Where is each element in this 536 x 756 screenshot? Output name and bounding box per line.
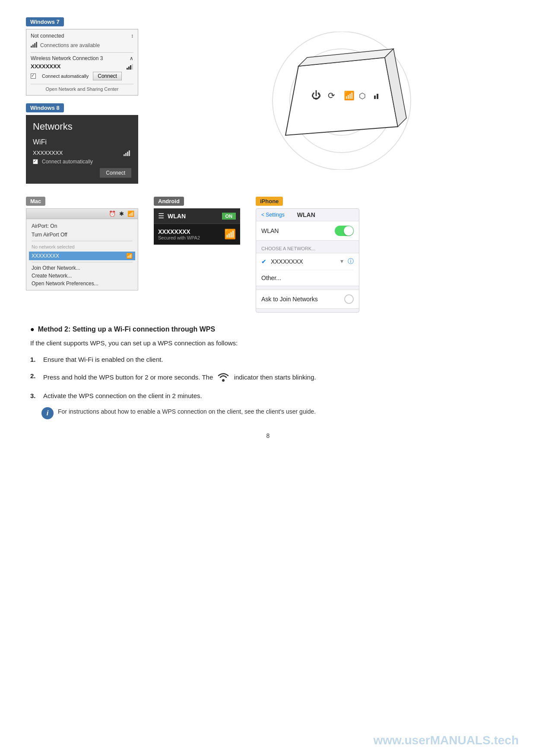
svg-rect-4 — [127, 68, 128, 70]
iphone-wlan-toggle[interactable] — [335, 226, 354, 236]
iphone-ask-label: Ask to Join Networks — [261, 296, 318, 303]
method-title: Method 2: Setting up a Wi-Fi connection … — [30, 325, 506, 333]
svg-rect-0 — [31, 46, 32, 48]
mac-open-prefs[interactable]: Open Network Preferences... — [32, 280, 133, 287]
mac-join-other[interactable]: Join Other Network... — [32, 264, 133, 272]
win7-status: Not connected — [31, 33, 64, 39]
step3-text: Activate the WPS connection on the clien… — [43, 391, 506, 401]
win8-label: Windows 8 — [26, 103, 64, 112]
win7-auto-connect-label: Connect automatically — [42, 73, 89, 79]
android-label: Android — [154, 197, 184, 206]
watermark: www.userMANUALS.tech — [373, 734, 519, 747]
svg-rect-9 — [125, 153, 127, 156]
iphone-choose-label: CHOOSE A NETWORK... — [256, 244, 359, 253]
svg-text:⬡: ⬡ — [359, 92, 366, 100]
iphone-wlan-title: WLAN — [297, 211, 315, 218]
iphone-panel: < Settings WLAN WLAN CHOOSE A NETWORK...… — [256, 208, 359, 313]
iphone-label: iPhone — [256, 197, 283, 206]
android-network-sub: Secured with WPA2 — [158, 235, 200, 240]
mac-panel: ⏰ ✱ 📶 AirPort: On Turn AirPort Off No ne… — [26, 208, 138, 290]
android-on-badge[interactable]: ON — [222, 213, 236, 220]
iphone-ask-radio[interactable] — [344, 294, 354, 304]
iphone-network-section: ✔ XXXXXXXX ▾ ⓘ Other... — [256, 253, 359, 286]
svg-rect-1 — [32, 45, 34, 48]
mac-clock-icon: ⏰ — [109, 211, 116, 217]
iphone-network-name[interactable]: XXXXXXXX — [271, 258, 303, 265]
mac-wifi-check-icon: 📶 — [126, 253, 133, 259]
android-menu-icon: ☰ — [158, 212, 164, 220]
android-network-name: XXXXXXXX — [158, 228, 200, 235]
iphone-signal-icon: ▾ — [340, 258, 343, 265]
mac-wifi-icon: 📶 — [127, 211, 134, 217]
info-box: i For instructions about how to enable a… — [41, 407, 506, 419]
svg-point-25 — [222, 379, 225, 382]
win7-scroll-icon[interactable]: ↕ — [131, 33, 133, 39]
step1-number: 1. — [30, 354, 39, 365]
android-wlan-title: WLAN — [168, 213, 186, 220]
win8-auto-connect-label: Connect automatically — [42, 159, 93, 165]
step2-text: Press and hold the WPS button for 2 or m… — [43, 371, 506, 385]
mac-create-network[interactable]: Create Network... — [32, 272, 133, 280]
instructions-section: Method 2: Setting up a Wi-Fi connection … — [26, 325, 510, 419]
iphone-checkmark-icon: ✔ — [261, 258, 266, 265]
win7-connections: Connections are available — [31, 41, 133, 49]
win8-networks-title: Networks — [33, 121, 131, 132]
router-diagram: ⏻ ⟳ 📶 ⬡ — [173, 17, 510, 184]
mac-header: ⏰ ✱ 📶 — [26, 209, 138, 219]
win7-network-name: XXXXXXXX — [31, 63, 60, 70]
iphone-back-button[interactable]: < Settings — [261, 212, 285, 218]
win7-footer-link[interactable]: Open Network and Sharing Center — [46, 86, 119, 92]
step-1: 1. Ensure that Wi-Fi is enabled on the c… — [30, 354, 506, 365]
win7-label: Windows 7 — [26, 17, 64, 26]
info-text: For instructions about how to enable a W… — [58, 407, 316, 416]
step1-text: Ensure that Wi-Fi is enabled on the clie… — [43, 354, 506, 365]
mac-no-network: No network selected — [32, 243, 133, 251]
win8-auto-connect-checkbox[interactable] — [33, 159, 38, 164]
svg-rect-24 — [377, 94, 378, 99]
win7-section-title: Wireless Network Connection 3 — [31, 55, 103, 61]
win7-connect-button[interactable]: Connect — [93, 72, 122, 80]
mac-selected-network[interactable]: XXXXXXXX 📶 — [29, 252, 135, 260]
signal-bars-icon — [31, 41, 38, 49]
svg-rect-3 — [36, 42, 37, 48]
svg-rect-10 — [127, 152, 128, 156]
iphone-ask-section: Ask to Join Networks — [256, 290, 359, 309]
win7-collapse-icon[interactable]: ∧ — [130, 55, 133, 61]
svg-rect-2 — [34, 43, 35, 48]
mac-airport-on: AirPort: On — [32, 222, 133, 230]
svg-rect-6 — [130, 65, 131, 70]
win8-connect-button[interactable]: Connect — [100, 168, 131, 178]
svg-text:📶: 📶 — [344, 90, 355, 101]
page-number: 8 — [26, 432, 510, 439]
android-panel: ☰ WLAN ON XXXXXXXX Secured with WPA2 📶 — [154, 208, 240, 245]
mac-label: Mac — [26, 197, 45, 206]
win7-auto-connect-checkbox[interactable] — [31, 73, 36, 79]
svg-text:⏻: ⏻ — [311, 90, 321, 101]
iphone-wlan-section: WLAN — [256, 221, 359, 241]
step-3: 3. Activate the WPS connection on the cl… — [30, 391, 506, 401]
android-wifi-icon: 📶 — [224, 229, 236, 240]
svg-rect-8 — [124, 154, 125, 156]
mac-bluetooth-icon: ✱ — [119, 211, 124, 217]
iphone-wlan-label: WLAN — [261, 227, 279, 234]
win8-network-name: XXXXXXXX — [33, 150, 63, 156]
step2-number: 2. — [30, 371, 39, 381]
iphone-other[interactable]: Other... — [261, 274, 281, 281]
svg-marker-16 — [285, 57, 398, 135]
mac-turn-off[interactable]: Turn AirPort Off — [32, 230, 133, 239]
info-icon: i — [41, 407, 54, 419]
win8-wifi-label: WiFi — [33, 138, 131, 146]
svg-rect-11 — [129, 150, 130, 156]
win8-panel: Networks WiFi XXXXXXXX Connect automatic… — [26, 115, 138, 184]
win7-panel: Not connected ↕ Connections are availabl… — [26, 29, 138, 96]
iphone-header: < Settings WLAN — [256, 209, 359, 221]
svg-text:⟳: ⟳ — [328, 91, 335, 100]
wps-wifi-icon — [216, 371, 230, 385]
svg-rect-23 — [374, 96, 376, 99]
svg-rect-7 — [132, 64, 133, 70]
android-body: XXXXXXXX Secured with WPA2 📶 — [154, 224, 240, 245]
method-description: If the client supports WPS, you can set … — [30, 338, 506, 348]
android-header: ☰ WLAN ON — [154, 208, 240, 224]
iphone-info-icon[interactable]: ⓘ — [348, 258, 354, 265]
step3-number: 3. — [30, 391, 39, 401]
